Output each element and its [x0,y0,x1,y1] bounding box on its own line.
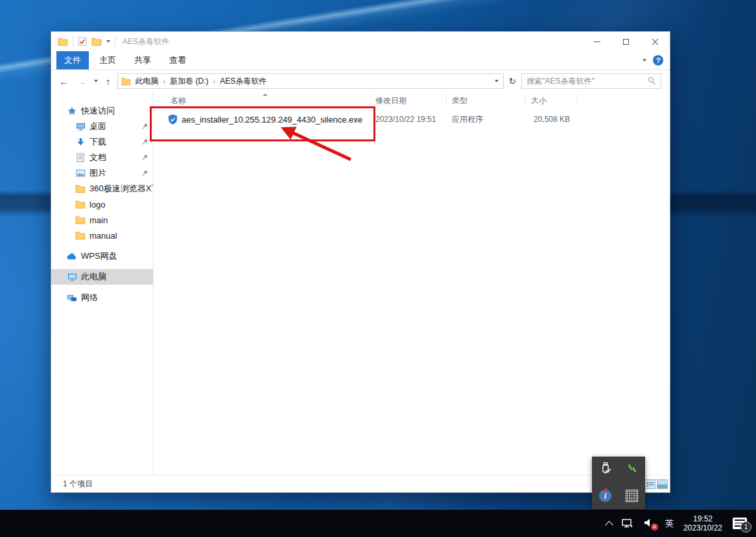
tray-overflow-popup: i [592,457,645,509]
item-count: 1 个项目 [51,479,93,490]
pin-icon [141,137,148,147]
search-icon[interactable] [648,77,656,85]
breadcrumb-drive-d[interactable]: 新加卷 (D:) [165,76,213,87]
address-bar[interactable]: 此电脑 › 新加卷 (D:) › AES杀毒软件 [117,73,504,89]
search-placeholder: 搜索"AES杀毒软件" [526,76,595,87]
folder-icon [75,215,86,225]
pin-icon [141,169,148,178]
network-icon [67,292,77,303]
clock-time: 19:52 [683,514,722,523]
window-title: AES杀毒软件 [123,36,169,47]
separator [115,37,115,46]
file-modified: 2023/10/22 19:51 [370,115,447,124]
desktop-icon [75,121,86,132]
ribbon-expand-chevron-icon[interactable] [643,59,646,62]
usb-safely-remove-icon[interactable] [599,461,612,478]
tab-share[interactable]: 共享 [126,51,159,69]
sidebar-item-downloads[interactable]: 下载 [51,134,153,150]
sidebar-item-wps-cloud[interactable]: WPS网盘 [51,248,153,264]
dotted-grid-tray-icon[interactable] [626,490,638,502]
separator [73,37,73,46]
pin-icon [141,122,148,132]
sort-ascending-icon [263,93,268,96]
sidebar-item-folder-logo[interactable]: logo [51,197,153,212]
folder-icon [58,37,68,46]
sidebar-item-folder-main[interactable]: main [51,212,153,228]
tab-view[interactable]: 查看 [161,51,194,69]
breadcrumb-this-pc[interactable]: 此电脑 [131,76,163,87]
star-icon [67,106,77,116]
up-icon[interactable]: ↑ [106,76,111,87]
explorer-window: AES杀毒软件 文件 主页 共享 查看 ? ← → [51,31,670,493]
checkbox-icon[interactable] [78,37,87,46]
quick-access-toolbar: AES杀毒软件 [51,36,169,47]
file-size: 20,508 KB [526,115,578,124]
desktop: AES杀毒软件 文件 主页 共享 查看 ? ← → [0,0,756,537]
window-controls [582,32,670,51]
recent-locations-chevron-icon[interactable] [94,80,98,82]
sidebar-item-this-pc[interactable]: 此电脑 [51,269,153,285]
sidebar-item-documents[interactable]: 文档 [51,150,153,165]
tab-home[interactable]: 主页 [91,51,124,69]
folder-icon [75,199,86,209]
thumbnail-view-toggle[interactable] [657,479,668,489]
annotation-arrow [269,119,360,167]
computer-icon [67,272,77,282]
column-header-size[interactable]: 大小 [526,95,578,106]
sidebar-item-network[interactable]: 网络 [51,290,153,305]
address-row: ← → ↑ 此电脑 › 新加卷 (D:) › AES杀毒软件 ↻ 搜索"AES杀… [51,70,670,93]
back-icon[interactable]: ← [59,76,69,87]
sidebar-item-quick-access[interactable]: 快速访问 [51,103,153,119]
download-icon [75,137,86,147]
file-list: 名称 修改日期 类型 大小 aes_installer_10.255.129.2… [154,91,670,475]
refresh-icon[interactable]: ↻ [509,76,517,86]
cloud-icon [67,251,77,261]
status-bar: 1 个项目 [51,475,670,492]
document-icon [75,152,86,163]
folder-icon [75,184,86,194]
forward-icon[interactable]: → [77,76,86,87]
sidebar-item-desktop[interactable]: 桌面 [51,119,153,134]
notification-badge: 1 [740,521,751,532]
sidebar-item-pictures[interactable]: 图片 [51,165,153,181]
column-header-name[interactable]: 名称 [154,95,370,106]
folder-icon [75,230,86,241]
column-header-modified[interactable]: 修改日期 [370,95,447,106]
maximize-button[interactable] [611,32,641,51]
taskbar-clock[interactable]: 19:52 2023/10/22 [678,514,727,532]
help-icon[interactable]: ? [653,55,663,66]
content-area: 快速访问 桌面 下载 文档 [51,91,670,475]
sidebar-item-folder-manual[interactable]: manual [51,228,153,243]
breadcrumb-current-folder[interactable]: AES杀毒软件 [215,76,271,87]
info-tray-icon[interactable]: i [599,490,611,502]
nav-buttons: ← → ↑ [59,76,111,87]
volume-muted-icon[interactable]: ✕ [639,510,661,537]
folder-icon [121,77,131,86]
tray-expand-chevron-icon[interactable] [602,510,617,537]
clock-date: 2023/10/22 [683,523,722,532]
details-view-toggle[interactable] [644,479,656,489]
input-language-indicator[interactable]: 英 [661,510,678,537]
address-dropdown-chevron-icon[interactable] [495,80,499,82]
chevron-down-icon[interactable] [106,40,110,43]
ribbon-tabs: 文件 主页 共享 查看 ? [51,51,670,70]
taskbar: ✕ 英 19:52 2023/10/22 1 [0,510,756,537]
notification-center-icon[interactable]: 1 [733,518,747,529]
tab-file[interactable]: 文件 [56,51,89,69]
file-type: 应用程序 [447,114,526,125]
minimize-button[interactable] [582,32,611,51]
sidebar-item-folder-360[interactable]: 360极速浏览器X下载 [51,181,153,197]
pictures-icon [75,168,86,178]
navigation-pane: 快速访问 桌面 下载 文档 [51,91,154,475]
folder-icon[interactable] [91,37,102,46]
pin-icon [141,153,148,163]
close-button[interactable] [641,32,670,51]
column-header-type[interactable]: 类型 [447,95,526,106]
titlebar: AES杀毒软件 [51,32,670,51]
network-status-icon[interactable] [617,510,639,537]
search-input[interactable]: 搜索"AES杀毒软件" [521,73,661,89]
green-utility-tray-icon[interactable] [625,461,639,478]
